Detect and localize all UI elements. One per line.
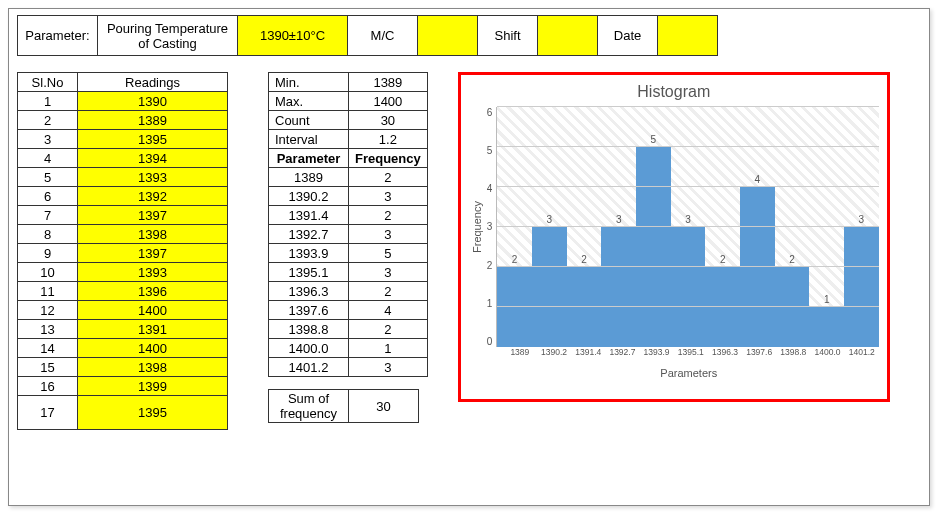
chart-xtick: 1397.6 — [742, 347, 776, 357]
chart-bar: 3 — [532, 107, 567, 347]
reading-value[interactable]: 1397 — [78, 206, 228, 225]
bin-param: 1389 — [269, 168, 349, 187]
chart-bar: 3 — [671, 107, 706, 347]
reading-slno: 6 — [18, 187, 78, 206]
chart-xtick: 1401.2 — [845, 347, 879, 357]
parameter-name: Pouring Temperature of Casting — [98, 16, 238, 56]
reading-value[interactable]: 1400 — [78, 301, 228, 320]
parameter-value[interactable]: 1390±10°C — [238, 16, 348, 56]
chart-xtick: 1389 — [503, 347, 537, 357]
bin-param: 1400.0 — [269, 339, 349, 358]
bin-param: 1398.8 — [269, 320, 349, 339]
bin-header-param: Parameter — [269, 149, 349, 168]
reading-value[interactable]: 1389 — [78, 111, 228, 130]
mc-value[interactable] — [418, 16, 478, 56]
count-value: 30 — [349, 111, 428, 130]
reading-slno: 16 — [18, 377, 78, 396]
chart-xtick: 1391.4 — [571, 347, 605, 357]
bin-freq: 1 — [349, 339, 428, 358]
reading-slno: 9 — [18, 244, 78, 263]
readings-header-slno: Sl.No — [18, 73, 78, 92]
reading-slno: 11 — [18, 282, 78, 301]
chart-xtick: 1392.7 — [605, 347, 639, 357]
max-value: 1400 — [349, 92, 428, 111]
reading-value[interactable]: 1392 — [78, 187, 228, 206]
reading-value[interactable]: 1398 — [78, 358, 228, 377]
bin-freq: 3 — [349, 187, 428, 206]
reading-slno: 2 — [18, 111, 78, 130]
interval-label: Interval — [269, 130, 349, 149]
readings-table: Sl.No Readings 1139021389313954139451393… — [17, 72, 228, 430]
chart-xlabel: Parameters — [469, 367, 879, 379]
bin-freq: 2 — [349, 320, 428, 339]
count-label: Count — [269, 111, 349, 130]
bin-param: 1390.2 — [269, 187, 349, 206]
chart-bar: 2 — [567, 107, 602, 347]
reading-slno: 8 — [18, 225, 78, 244]
bin-freq: 3 — [349, 225, 428, 244]
sum-value: 30 — [349, 390, 419, 423]
reading-value[interactable]: 1395 — [78, 130, 228, 149]
shift-label: Shift — [478, 16, 538, 56]
date-value[interactable] — [658, 16, 718, 56]
reading-slno: 12 — [18, 301, 78, 320]
reading-value[interactable]: 1394 — [78, 149, 228, 168]
reading-value[interactable]: 1398 — [78, 225, 228, 244]
parameter-header: Parameter: Pouring Temperature of Castin… — [17, 15, 718, 56]
reading-value[interactable]: 1400 — [78, 339, 228, 358]
reading-value[interactable]: 1390 — [78, 92, 228, 111]
bin-header-freq: Frequency — [349, 149, 428, 168]
reading-slno: 7 — [18, 206, 78, 225]
bin-freq: 5 — [349, 244, 428, 263]
chart-bar: 4 — [740, 107, 775, 347]
reading-value[interactable]: 1396 — [78, 282, 228, 301]
chart-xtick: 1396.3 — [708, 347, 742, 357]
bin-param: 1395.1 — [269, 263, 349, 282]
chart-bar: 2 — [705, 107, 740, 347]
bin-param: 1392.7 — [269, 225, 349, 244]
bin-param: 1401.2 — [269, 358, 349, 377]
stats-table: Min.1389 Max.1400 Count30 Interval1.2 Pa… — [268, 72, 428, 377]
bin-param: 1391.4 — [269, 206, 349, 225]
reading-value[interactable]: 1393 — [78, 168, 228, 187]
chart-plot-area: 23235324213 — [496, 107, 878, 347]
chart-ylabel: Frequency — [469, 107, 485, 347]
reading-slno: 5 — [18, 168, 78, 187]
interval-value: 1.2 — [349, 130, 428, 149]
reading-value[interactable]: 1395 — [78, 396, 228, 430]
bin-freq: 3 — [349, 358, 428, 377]
bin-param: 1397.6 — [269, 301, 349, 320]
chart-xtick: 1390.2 — [537, 347, 571, 357]
reading-value[interactable]: 1393 — [78, 263, 228, 282]
date-label: Date — [598, 16, 658, 56]
chart-xtick: 1395.1 — [674, 347, 708, 357]
chart-xtick: 1393.9 — [640, 347, 674, 357]
chart-bar: 3 — [844, 107, 879, 347]
bin-param: 1393.9 — [269, 244, 349, 263]
reading-slno: 3 — [18, 130, 78, 149]
bin-freq: 2 — [349, 206, 428, 225]
sum-table: Sum of frequency 30 — [268, 389, 419, 423]
reading-value[interactable]: 1391 — [78, 320, 228, 339]
sum-label: Sum of frequency — [269, 390, 349, 423]
reading-slno: 1 — [18, 92, 78, 111]
max-label: Max. — [269, 92, 349, 111]
min-label: Min. — [269, 73, 349, 92]
chart-xtick: 1400.0 — [810, 347, 844, 357]
reading-slno: 4 — [18, 149, 78, 168]
reading-value[interactable]: 1397 — [78, 244, 228, 263]
chart-xtick: 1398.8 — [776, 347, 810, 357]
chart-bar: 2 — [775, 107, 810, 347]
bin-param: 1396.3 — [269, 282, 349, 301]
reading-value[interactable]: 1399 — [78, 377, 228, 396]
reading-slno: 17 — [18, 396, 78, 430]
reading-slno: 13 — [18, 320, 78, 339]
chart-bar: 1 — [809, 107, 844, 347]
reading-slno: 10 — [18, 263, 78, 282]
bin-freq: 2 — [349, 168, 428, 187]
shift-value[interactable] — [538, 16, 598, 56]
mc-label: M/C — [348, 16, 418, 56]
bin-freq: 3 — [349, 263, 428, 282]
chart-title: Histogram — [469, 83, 879, 101]
parameter-label: Parameter: — [18, 16, 98, 56]
